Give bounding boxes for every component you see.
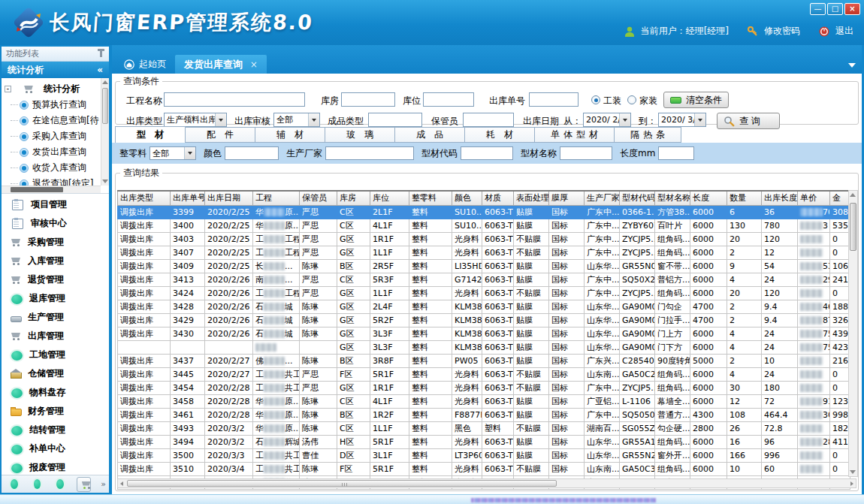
table-row[interactable]: 调拨出库34452020/2/27工共工程严思F区5R1F整料光身料6063-T… (118, 367, 850, 381)
column-header[interactable]: 数量 (727, 191, 762, 205)
sidebar-item[interactable]: 结转管理 (2, 421, 109, 439)
column-header[interactable]: 材质 (482, 191, 514, 205)
module-circle-icon[interactable] (11, 479, 18, 489)
scroll-thumb[interactable] (127, 480, 557, 487)
tab-list-chevron-icon[interactable] (848, 63, 856, 68)
column-header[interactable]: 保管员 (300, 191, 337, 205)
table-row[interactable]: 调拨出库34072020/2/25工工程严思G区1L1F整料光身料6063-T5… (118, 246, 850, 259)
search-button[interactable]: 查 询 (717, 113, 780, 129)
radio-project[interactable] (591, 95, 600, 104)
table-row[interactable]: 调拨出库34542020/2/28工共工程严思G区1R1F整料光身料6063-T… (118, 381, 850, 394)
change-password-link[interactable]: 修改密码 (764, 25, 800, 38)
warehouse-input[interactable] (341, 92, 395, 107)
table-row[interactable]: 调拨出库34612020/2/28华原...陈琳B区1R2F整料F8877FT6… (118, 408, 850, 421)
tree-root[interactable]: - 统计分析 (2, 80, 101, 97)
tree-horizontal-scrollbar[interactable] (2, 186, 101, 193)
sidebar-item[interactable]: 物料盘存 (2, 383, 109, 402)
scroll-right-icon[interactable] (850, 481, 853, 486)
column-header[interactable]: 库位 (370, 191, 409, 205)
tree-vertical-scrollbar[interactable] (101, 78, 109, 186)
out-type-select[interactable]: 生产领料出库 (164, 113, 227, 127)
audit-select[interactable]: 全部 (273, 113, 320, 127)
scroll-thumb[interactable] (11, 187, 63, 192)
scroll-up-icon[interactable] (102, 80, 108, 84)
column-header[interactable]: 颜色 (452, 191, 482, 205)
minimize-button[interactable]: — (810, 3, 826, 15)
material-tab[interactable]: 隔热条 (615, 127, 681, 143)
module-circle-icon[interactable] (56, 479, 64, 489)
table-row[interactable]: 调拨出库34002020/2/25华原...严思C区4L1F整料SU10...6… (118, 219, 850, 232)
material-tab[interactable]: 辅材 (255, 127, 325, 143)
date-to-picker[interactable]: 2020/ 3/16 (658, 113, 706, 127)
pin-icon[interactable] (100, 51, 102, 57)
tree-item[interactable]: 在途信息查询[待 (2, 113, 101, 128)
table-row[interactable]: 调拨出库34292020/2/26石城陈琳G区5R2F整料KLM38176063… (118, 313, 850, 327)
scroll-up-icon[interactable] (850, 193, 856, 197)
tree-item[interactable]: 预算执行查询 (2, 97, 101, 113)
scroll-down-icon[interactable] (850, 470, 856, 474)
table-row[interactable]: 调拨出库34132020/2/26南...严思C区5R3F整料G71422606… (118, 273, 850, 286)
material-tab[interactable]: 耗材 (465, 127, 535, 143)
length-input[interactable] (658, 146, 694, 160)
column-header[interactable]: 工程 (253, 191, 300, 205)
sidebar-item[interactable]: 退货管理 (2, 270, 109, 289)
profile-name-input[interactable] (560, 146, 612, 160)
column-header[interactable]: 出库单号 (171, 191, 205, 205)
column-header[interactable]: 表面处理 (514, 191, 549, 205)
material-tab[interactable]: 成品 (395, 127, 465, 143)
column-header[interactable]: 单价 (798, 191, 830, 205)
column-header[interactable]: 生产厂家 (585, 191, 620, 205)
whole-piece-select[interactable]: 全部 (150, 146, 196, 160)
column-header[interactable]: 整零料 (409, 191, 452, 205)
tab-home[interactable]: 起始页 (115, 55, 175, 74)
product-type-input[interactable] (368, 113, 422, 127)
tree-item[interactable]: 采购入库查询 (2, 128, 101, 144)
tab-shipping-query[interactable]: 发货出库查询 × (175, 55, 267, 74)
module-cart-button[interactable] (77, 477, 92, 492)
overflow-chevron-icon[interactable]: » (101, 481, 106, 487)
module-circle-icon[interactable] (34, 479, 41, 489)
column-header[interactable]: 型材名称 (655, 191, 690, 205)
sidebar-item[interactable]: 仓储管理 (2, 364, 109, 383)
table-row[interactable]: 调拨出库34372020/2/27佛...陈琳B区3R8F整料PW056063-… (118, 354, 850, 367)
tree-item[interactable]: 发货出库查询 (2, 144, 101, 160)
date-from-picker[interactable]: 2020/ 2/16 (583, 113, 631, 127)
tree-expander-icon[interactable]: - (5, 86, 11, 92)
scroll-down-icon[interactable] (102, 180, 108, 183)
material-tab[interactable]: 单体型材 (535, 127, 615, 143)
sidebar-item[interactable]: 退库管理 (2, 289, 109, 308)
collapse-icon[interactable]: « (97, 65, 103, 75)
sidebar-item[interactable]: 项目管理 (2, 195, 109, 214)
table-row[interactable]: 调拨出库34302020/2/26石城陈琳G区3L3F整料KLM38176063… (118, 327, 850, 340)
scroll-thumb[interactable] (850, 203, 856, 251)
order-no-input[interactable] (529, 92, 579, 107)
sidebar-item[interactable]: 财务管理 (2, 402, 109, 421)
column-header[interactable]: 长度 (690, 191, 727, 205)
material-tab[interactable]: 型材 (115, 126, 186, 143)
column-header[interactable]: 型材代码 (620, 191, 655, 205)
color-input[interactable] (225, 146, 279, 160)
sidebar-item[interactable]: 补单中心 (2, 439, 109, 458)
table-row[interactable]: 调拨出库34942020/3/2石辉城汤伟H区5R1F整料光身料6063-T5贴… (118, 435, 850, 448)
tab-close-icon[interactable]: × (250, 59, 258, 70)
grid-horizontal-scrollbar[interactable] (117, 478, 856, 488)
scroll-thumb[interactable] (102, 88, 108, 124)
grid-vertical-scrollbar[interactable] (848, 190, 858, 477)
manufacturer-input[interactable] (325, 146, 414, 160)
table-row[interactable]: G区3L3F整料KLM38176063-T5贴膜国标山东华...GA90M09.… (118, 340, 850, 354)
table-row[interactable]: 调拨出库34032020/2/25工工程严思G区1R1F整料光身料6063-T5… (118, 232, 850, 246)
radio-home[interactable] (627, 95, 636, 104)
sidebar-item[interactable]: 生产管理 (2, 308, 109, 327)
project-name-input[interactable] (164, 92, 305, 107)
column-header[interactable]: 出库日期 (205, 191, 253, 205)
table-row[interactable]: 调拨出库34932020/3/2华原...陈琳C区1L1F整料黑色塑料不贴膜国标… (118, 421, 850, 435)
material-tab[interactable]: 配件 (186, 127, 255, 143)
table-row[interactable]: 调拨出库34092020/2/25长...陈琳B区2R5F整料LI35HD606… (118, 259, 850, 273)
table-row[interactable]: 调拨出库35002020/3/3工共工程曹佳D区3L1F整料LT3P606063… (118, 448, 850, 462)
profile-code-input[interactable] (461, 146, 513, 160)
sidebar-item[interactable]: 入库管理 (2, 252, 109, 270)
sidebar-item[interactable]: 出库管理 (2, 327, 109, 346)
table-row[interactable]: 调拨出库33992020/2/25华原...严思C区2L1F整料SU10...6… (118, 205, 850, 219)
material-tab[interactable]: 玻璃 (325, 127, 395, 143)
clear-conditions-button[interactable]: 清空条件 (663, 92, 729, 108)
